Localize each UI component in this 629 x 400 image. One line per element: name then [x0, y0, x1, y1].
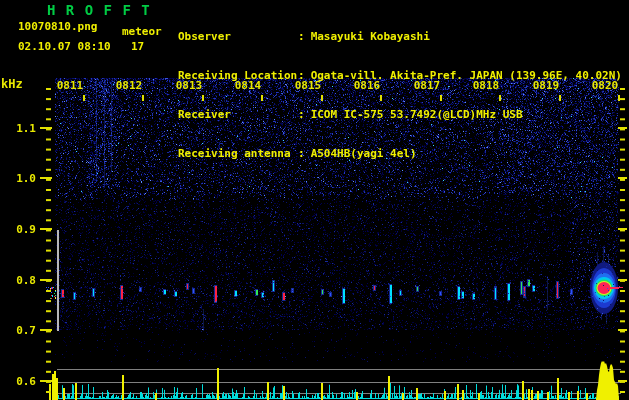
info-row-observer: Observer:Masayuki Kobayashi [178, 30, 622, 43]
info-label: Receiver [178, 108, 298, 121]
info-value: A504HB(yagi 4el) [311, 147, 417, 160]
info-separator: : [298, 30, 305, 43]
khz-unit-label: kHz [1, 77, 23, 91]
time-axis-label: 0817 [407, 79, 447, 92]
freq-axis-label: 0.9 [2, 223, 36, 236]
time-axis-label: 0820 [585, 79, 625, 92]
info-label: Receiving antenna [178, 147, 298, 160]
info-separator: : [298, 108, 305, 121]
app-title: H R O F F T [47, 2, 151, 18]
freq-axis-label: 0.6 [2, 375, 36, 388]
time-axis-label: 0819 [526, 79, 566, 92]
freq-axis-label: 0.7 [2, 324, 36, 337]
time-axis-label: 0812 [109, 79, 149, 92]
hrofft-output-image: H R O F F T 10070810.png meteor 02.10.07… [0, 0, 629, 400]
time-axis-label: 0815 [288, 79, 328, 92]
time-axis-label: 0813 [169, 79, 209, 92]
info-label: Observer [178, 30, 298, 43]
time-axis-label: 0818 [466, 79, 506, 92]
mode-label: meteor [122, 25, 162, 38]
time-axis-label: 0811 [50, 79, 90, 92]
freq-axis-label: 1.1 [2, 122, 36, 135]
output-filename: 10070810.png [18, 20, 97, 33]
meteor-count: 17 [131, 40, 144, 53]
info-separator: : [298, 147, 305, 160]
station-info-block: Observer:Masayuki Kobayashi Receiving Lo… [178, 4, 622, 186]
date-time-label: 02.10.07 08:10 [18, 40, 111, 53]
info-value: ICOM IC-575 53.7492(@LCD)MHz USB [311, 108, 523, 121]
time-axis-label: 0814 [228, 79, 268, 92]
freq-axis-label: 0.8 [2, 274, 36, 287]
info-row-antenna: Receiving antenna:A504HB(yagi 4el) [178, 147, 622, 160]
info-row-receiver: Receiver:ICOM IC-575 53.7492(@LCD)MHz US… [178, 108, 622, 121]
time-axis-label: 0816 [347, 79, 387, 92]
info-value: Masayuki Kobayashi [311, 30, 430, 43]
freq-axis-label: 1.0 [2, 172, 36, 185]
